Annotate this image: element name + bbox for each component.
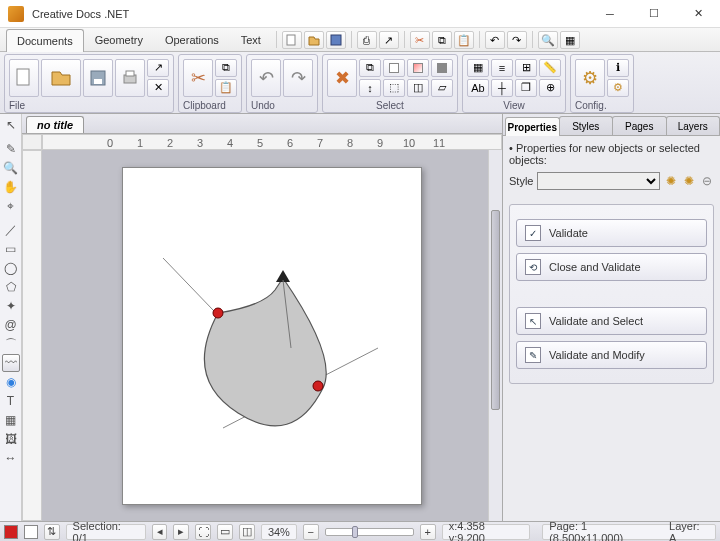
tab-pages[interactable]: Pages <box>612 116 667 135</box>
cut-button[interactable]: ✂ <box>183 59 213 97</box>
menu-tab-geometry[interactable]: Geometry <box>84 28 154 51</box>
color-circle-icon[interactable]: ◉ <box>2 373 20 391</box>
star-tool-icon[interactable]: ✦ <box>2 297 20 315</box>
sel-swatch-1[interactable] <box>383 59 405 77</box>
sel-swatch-2[interactable] <box>407 59 429 77</box>
sb-fit-icon[interactable]: ⛶ <box>195 524 211 540</box>
gears-icon[interactable]: ⚙ <box>607 79 629 97</box>
svg-point-11 <box>313 381 323 391</box>
dimension-tool-icon[interactable]: ↔ <box>2 449 20 467</box>
validate-modify-button[interactable]: ✎ Validate and Modify <box>516 341 707 369</box>
copy-button[interactable]: ⧉ <box>215 59 237 77</box>
new-button[interactable] <box>9 59 39 97</box>
sel-swatch-3[interactable] <box>431 59 453 77</box>
sel-tool-5[interactable]: ◫ <box>407 79 429 97</box>
sb-page-icon[interactable]: ▭ <box>217 524 233 540</box>
style-gear-icon[interactable]: ✺ <box>664 174 678 188</box>
zoom-icon[interactable]: 🔍 <box>538 31 558 49</box>
view-guides-icon[interactable]: ┼ <box>491 79 513 97</box>
fill-swatch[interactable] <box>4 525 18 539</box>
validate-icon: ✓ <box>525 225 541 241</box>
menu-tab-documents[interactable]: Documents <box>6 29 84 52</box>
line-tool-icon[interactable]: ／ <box>2 221 20 239</box>
settings-button[interactable]: ⚙ <box>575 59 605 97</box>
export-small-icon[interactable]: ↗ <box>147 59 169 77</box>
tab-layers[interactable]: Layers <box>666 116 721 135</box>
scrollbar-vertical[interactable] <box>488 150 502 521</box>
table-tool-icon[interactable]: ▦ <box>2 411 20 429</box>
document-tab[interactable]: no title <box>26 116 84 133</box>
sel-tool-4[interactable]: ⬚ <box>383 79 405 97</box>
selection-status: Selection: 0/1 <box>66 524 146 540</box>
pointer-tool-icon[interactable]: ↖ <box>2 116 20 134</box>
cut-icon[interactable]: ✂ <box>410 31 430 49</box>
image-tool-icon[interactable]: 🖼 <box>2 430 20 448</box>
hand-tool-icon[interactable]: ✋ <box>2 178 20 196</box>
swap-colors-icon[interactable]: ⇅ <box>44 524 60 540</box>
sel-tool-6[interactable]: ▱ <box>431 79 453 97</box>
validate-button[interactable]: ✓ Validate <box>516 219 707 247</box>
save-icon[interactable] <box>326 31 346 49</box>
polygon-tool-icon[interactable]: ⬠ <box>2 278 20 296</box>
ellipse-tool-icon[interactable]: ◯ <box>2 259 20 277</box>
zoom-slider-thumb[interactable] <box>352 526 358 538</box>
sb-prev-icon[interactable]: ◂ <box>152 524 168 540</box>
view-snap-icon[interactable]: ⊞ <box>515 59 537 77</box>
paste-button[interactable]: 📋 <box>215 79 237 97</box>
menu-tab-text[interactable]: Text <box>230 28 272 51</box>
delete-button[interactable]: ✖ <box>327 59 357 97</box>
sb-dual-icon[interactable]: ◫ <box>239 524 255 540</box>
canvas[interactable] <box>42 150 502 521</box>
close-button[interactable]: ✕ <box>676 0 720 28</box>
validate-select-button[interactable]: ↖ Validate and Select <box>516 307 707 335</box>
redo-icon[interactable]: ↷ <box>507 31 527 49</box>
view-center-icon[interactable]: ⊕ <box>539 79 561 97</box>
scrollbar-thumb[interactable] <box>491 210 500 410</box>
bezier-tool-icon[interactable]: 〰 <box>2 354 20 372</box>
print-button[interactable] <box>115 59 145 97</box>
zoom-tool-icon[interactable]: 🔍 <box>2 159 20 177</box>
paste-icon[interactable]: 📋 <box>454 31 474 49</box>
close-doc-icon[interactable]: ✕ <box>147 79 169 97</box>
print-icon[interactable]: ⎙ <box>357 31 377 49</box>
order-icon[interactable]: ↕ <box>359 79 381 97</box>
menu-tab-operations[interactable]: Operations <box>154 28 230 51</box>
stroke-swatch[interactable] <box>24 525 38 539</box>
redo-button[interactable]: ↷ <box>283 59 313 97</box>
minimize-button[interactable]: ─ <box>588 0 632 28</box>
new-doc-icon[interactable] <box>282 31 302 49</box>
maximize-button[interactable]: ☐ <box>632 0 676 28</box>
sb-next-icon[interactable]: ▸ <box>173 524 189 540</box>
picker-tool-icon[interactable]: ⌖ <box>2 197 20 215</box>
close-validate-button[interactable]: ⟲ Close and Validate <box>516 253 707 281</box>
save-button[interactable] <box>83 59 113 97</box>
open-icon[interactable] <box>304 31 324 49</box>
undo-icon[interactable]: ↶ <box>485 31 505 49</box>
view-grid-icon[interactable]: ▦ <box>467 59 489 77</box>
arc-tool-icon[interactable]: ⌒ <box>2 335 20 353</box>
view-text-icon[interactable]: Ab <box>467 79 489 97</box>
style-select[interactable] <box>537 172 660 190</box>
info-icon[interactable]: ℹ <box>607 59 629 77</box>
zoom-slider[interactable] <box>325 528 414 536</box>
style-add-icon[interactable]: ✺ <box>682 174 696 188</box>
page[interactable] <box>122 167 422 505</box>
tab-styles[interactable]: Styles <box>559 116 614 135</box>
style-remove-icon[interactable]: ⊖ <box>700 174 714 188</box>
zoom-out-icon[interactable]: − <box>303 524 319 540</box>
text-tool-icon[interactable]: T <box>2 392 20 410</box>
tab-properties[interactable]: Properties <box>505 117 560 136</box>
open-button[interactable] <box>41 59 81 97</box>
undo-button[interactable]: ↶ <box>251 59 281 97</box>
duplicate-icon[interactable]: ⧉ <box>359 59 381 77</box>
rect-tool-icon[interactable]: ▭ <box>2 240 20 258</box>
view-layers-icon[interactable]: ❐ <box>515 79 537 97</box>
zoom-in-icon[interactable]: + <box>420 524 436 540</box>
grid-icon[interactable]: ▦ <box>560 31 580 49</box>
export-icon[interactable]: ↗ <box>379 31 399 49</box>
copy-icon[interactable]: ⧉ <box>432 31 452 49</box>
view-ruler-icon[interactable]: 📏 <box>539 59 561 77</box>
spiral-tool-icon[interactable]: @ <box>2 316 20 334</box>
view-align-icon[interactable]: ≡ <box>491 59 513 77</box>
edit-tool-icon[interactable]: ✎ <box>2 140 20 158</box>
